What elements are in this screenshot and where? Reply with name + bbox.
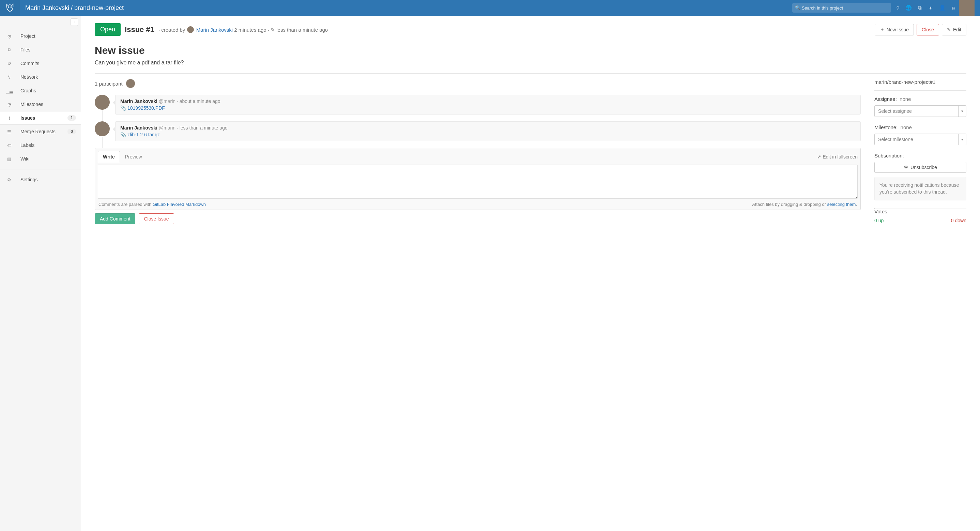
subscription-label: Subscription: <box>874 153 966 158</box>
eye-icon: 👁 <box>904 164 908 170</box>
comment-editor: Write Preview ⤢ Edit in fullscreen Comme… <box>95 148 861 210</box>
sidebar-item-label: Files <box>21 47 31 53</box>
author-link[interactable]: Marin Jankovski <box>196 27 233 33</box>
logo[interactable] <box>0 0 20 16</box>
sidebar-item-label: Network <box>21 74 38 80</box>
exclaim-icon: ! <box>6 116 12 121</box>
attachment-link[interactable]: 1019925530.PDF <box>127 105 165 111</box>
milestone-label: Milestone: none <box>874 124 966 130</box>
copy-icon[interactable]: ⧉ <box>918 5 922 11</box>
attach-hint: Attach files by dragging & dropping or s… <box>752 202 857 207</box>
signout-icon[interactable]: ⎋ <box>952 5 955 11</box>
issue-reference: marin/brand-new-project#1 <box>874 79 966 85</box>
sidebar-item-files[interactable]: ⧉Files <box>0 43 81 57</box>
sidebar-item-project[interactable]: ◷Project <box>0 29 81 43</box>
sidebar-item-issues[interactable]: !Issues1 <box>0 111 81 125</box>
comment-author: Marin Jankovski <box>120 125 158 131</box>
user-icon[interactable]: 👤 <box>939 5 946 11</box>
search-icon: 🔍 <box>795 5 800 10</box>
unsubscribe-button[interactable]: 👁Unsubscribe <box>874 162 966 173</box>
comment: Marin Jankovski @marin · less than a min… <box>95 121 861 141</box>
pencil-icon: ✎ <box>947 27 951 32</box>
history-icon: ↺ <box>6 61 12 66</box>
comment-body: Marin Jankovski @marin · less than a min… <box>115 121 861 141</box>
status-badge: Open <box>95 23 121 36</box>
votes-up: 0 up <box>874 218 884 223</box>
comment-body: Marin Jankovski @marin · about a minute … <box>115 95 861 115</box>
participant-avatar[interactable] <box>126 79 135 88</box>
tab-write[interactable]: Write <box>98 151 120 163</box>
assignee-select[interactable]: Select assignee <box>874 105 966 117</box>
comment-time: less than a minute ago <box>180 125 228 131</box>
svg-point-1 <box>11 7 11 8</box>
sidebar-item-graphs[interactable]: ▁▃Graphs <box>0 84 81 97</box>
tab-preview[interactable]: Preview <box>120 151 147 163</box>
top-toolbar: ? 🌐 ⧉ ＋ 👤 ⎋ <box>897 5 955 11</box>
sidebar-item-label: Project <box>21 33 35 39</box>
issue-sidebar: marin/brand-new-project#1 Assignee: none… <box>874 79 966 231</box>
tasks-icon: ☰ <box>6 129 12 134</box>
sidebar-item-commits[interactable]: ↺Commits <box>0 57 81 70</box>
search-input[interactable] <box>792 3 891 13</box>
plus-icon[interactable]: ＋ <box>928 5 933 11</box>
comment-textarea[interactable] <box>98 164 858 199</box>
comment-time: about a minute ago <box>180 99 221 104</box>
edit-fullscreen-link[interactable]: ⤢ Edit in fullscreen <box>817 154 858 159</box>
comment-handle: @marin <box>159 125 175 131</box>
sidebar-item-label: Labels <box>21 142 34 148</box>
issue-id: Issue #1 <box>125 25 154 34</box>
votes-label: Votes <box>874 209 966 214</box>
collapse-sidebar-button[interactable]: ‹ <box>70 18 78 26</box>
sidebar-item-settings[interactable]: ⚙Settings <box>0 173 81 187</box>
chart-icon: ▁▃ <box>6 88 12 93</box>
book-icon: ▤ <box>6 156 12 161</box>
sidebar-item-network[interactable]: ϟNetwork <box>0 70 81 84</box>
paperclip-icon: 📎 <box>120 105 126 111</box>
votes-down: 0 down <box>951 218 966 223</box>
select-files-link[interactable]: selecting them <box>827 202 856 207</box>
comment-avatar[interactable] <box>95 121 110 136</box>
sidebar-item-labels[interactable]: 🏷Labels <box>0 139 81 152</box>
comment-author: Marin Jankovski <box>120 99 158 104</box>
files-icon: ⧉ <box>6 47 12 53</box>
plus-icon: ＋ <box>880 27 885 33</box>
comment-avatar[interactable] <box>95 95 110 110</box>
mr-count-badge: 0 <box>67 129 76 134</box>
sidebar-item-label: Wiki <box>21 156 29 161</box>
edit-time-icon: ✎ <box>270 27 275 33</box>
sidebar-item-merge-requests[interactable]: ☰Merge Requests0 <box>0 125 81 139</box>
milestone-select[interactable]: Select milestone <box>874 134 966 145</box>
search-box: 🔍 <box>792 3 891 13</box>
globe-icon[interactable]: 🌐 <box>905 5 912 11</box>
sidebar-item-label: Commits <box>21 61 39 66</box>
expand-icon: ⤢ <box>817 154 821 159</box>
tags-icon: 🏷 <box>6 143 12 148</box>
author-avatar[interactable] <box>187 26 194 33</box>
sidebar-item-wiki[interactable]: ▤Wiki <box>0 152 81 166</box>
svg-point-0 <box>8 7 9 8</box>
assignee-label: Assignee: none <box>874 96 966 102</box>
sidebar-item-milestones[interactable]: ◔Milestones <box>0 97 81 111</box>
project-breadcrumb[interactable]: Marin Jankovski / brand-new-project <box>25 5 124 11</box>
sidebar-item-label: Milestones <box>21 102 43 107</box>
paperclip-icon: 📎 <box>120 132 126 137</box>
issue-header: Open Issue #1 · created by Marin Jankovs… <box>95 23 966 36</box>
clock-icon: ◔ <box>6 102 12 107</box>
new-issue-button[interactable]: ＋New Issue <box>875 24 914 35</box>
edit-button[interactable]: ✎Edit <box>942 24 966 35</box>
close-issue-button[interactable]: Close Issue <box>139 214 174 224</box>
attachment-link[interactable]: zlib-1.2.6.tar.gz <box>127 132 160 137</box>
markdown-hint: Comments are parsed with GitLab Flavored… <box>99 202 206 207</box>
participant-count: 1 participant <box>95 81 123 86</box>
comment-handle: @marin <box>159 99 175 104</box>
help-icon[interactable]: ? <box>897 5 899 11</box>
markdown-help-link[interactable]: GitLab Flavored Markdown <box>153 202 206 207</box>
current-user-avatar[interactable] <box>959 0 975 16</box>
issue-description: Can you give me a pdf and a tar file? <box>95 60 966 66</box>
close-button[interactable]: Close <box>916 24 939 35</box>
comment: Marin Jankovski @marin · about a minute … <box>95 95 861 115</box>
gear-icon: ⚙ <box>6 177 12 182</box>
issue-title: New issue <box>95 45 966 56</box>
subscription-note: You're receiving notifications because y… <box>874 177 966 200</box>
add-comment-button[interactable]: Add Comment <box>95 214 135 224</box>
